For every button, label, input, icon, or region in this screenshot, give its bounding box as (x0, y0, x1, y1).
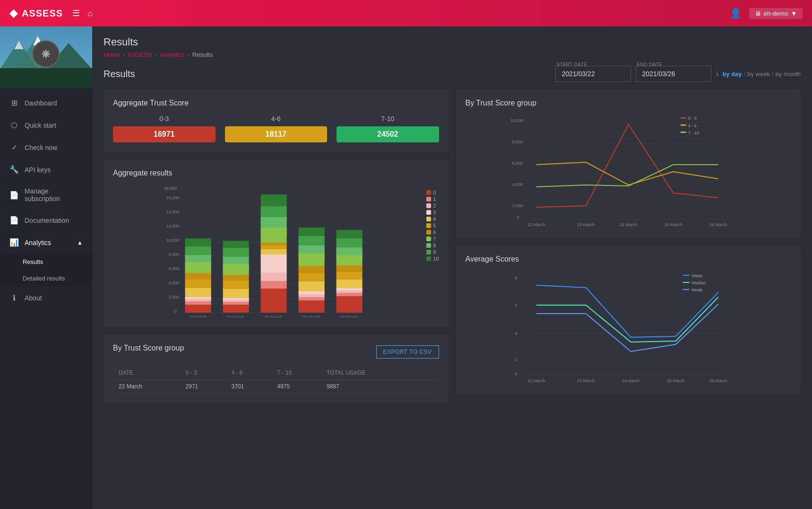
svg-text:25 March: 25 March (664, 222, 682, 227)
cell-7-10: 4975 (271, 380, 321, 393)
aggregate-results-chart: 0 2,000 4,000 6,000 8,000 10,000 12,000 … (113, 185, 439, 317)
legend-item-7: 7 (426, 236, 439, 242)
breadcrumb-home[interactable]: Home (104, 51, 120, 58)
account-dropdown-icon: ▼ (791, 10, 797, 17)
svg-rect-126 (682, 275, 689, 276)
sidebar-item-about[interactable]: ℹ About (0, 287, 92, 309)
period-by-week[interactable]: by week (747, 70, 770, 78)
svg-rect-58 (261, 249, 287, 255)
svg-rect-72 (299, 294, 325, 298)
svg-rect-50 (223, 305, 249, 313)
sidebar-item-analytics[interactable]: 📊 Analytics ▲ (0, 231, 92, 254)
svg-text:24 March: 24 March (265, 315, 283, 317)
svg-text:24 March: 24 March (622, 378, 639, 383)
start-date-field: START DATE (555, 66, 631, 82)
svg-text:8,000: 8,000 (169, 252, 180, 257)
cell-bar (417, 380, 439, 393)
home-icon[interactable]: ⌂ (87, 9, 93, 18)
cell-4-6: 3701 (225, 380, 271, 393)
analytics-subitems: Results Detailed results (0, 254, 92, 287)
svg-rect-55 (261, 228, 287, 245)
breadcrumb-analytics[interactable]: Analytics (160, 51, 184, 58)
sidebar-item-label: Check now (25, 144, 57, 151)
apikeys-icon: 🔧 (9, 165, 19, 174)
svg-text:24 March: 24 March (619, 222, 637, 227)
legend-item-6: 6 (426, 229, 439, 235)
sidebar-nav: ⊞ Dashboard ⬡ Quick start ✓ Check now 🔧 … (0, 88, 92, 509)
svg-text:18,000: 18,000 (164, 186, 177, 191)
svg-rect-81 (337, 272, 363, 281)
user-icon[interactable]: 👤 (730, 8, 742, 19)
start-date-input[interactable] (555, 66, 631, 82)
average-scores-chart: 8 6 4 2 0 22 March 23 March (466, 271, 792, 385)
svg-rect-60 (261, 272, 287, 282)
topbar-right: 👤 🖥 eh-demo ▼ (730, 8, 803, 19)
col-0-3: 0 - 3 (180, 366, 226, 380)
sidebar-item-dashboard[interactable]: ⊞ Dashboard (0, 92, 92, 114)
svg-text:0: 0 (174, 309, 177, 314)
table-header-row-el: DATE 0 - 3 4 - 6 7 - 10 TOTAL USAGE (113, 366, 439, 380)
svg-text:12,000: 12,000 (166, 224, 180, 228)
svg-text:25 March: 25 March (302, 315, 320, 317)
sidebar-item-label: Quick start (25, 122, 56, 129)
svg-text:6,000: 6,000 (169, 266, 180, 271)
bar-chart-legend: 0 1 2 3 4 5 6 7 8 9 10 (426, 185, 439, 317)
svg-text:0 - 3: 0 - 3 (688, 116, 696, 121)
cell-total: 9897 (321, 380, 417, 393)
period-toggle: ℹ by day / by week / by month (716, 70, 801, 78)
breadcrumb-sep1: › (123, 51, 125, 58)
sidebar-item-documentation[interactable]: 📄 Documentation (0, 209, 92, 231)
app-name: ASSESS (22, 8, 63, 19)
svg-rect-38 (185, 305, 211, 313)
account-icon: 🖥 (755, 10, 761, 17)
average-scores-card: Average Scores 8 6 4 2 0 (456, 246, 801, 394)
col-7-10: 7 - 10 (271, 366, 321, 380)
svg-text:Mode: Mode (691, 288, 702, 292)
main-content: Results Home › ASSESS › Analytics › Resu… (92, 26, 812, 509)
aggregate-results-card: Aggregate results 0 2,000 4,000 6,000 8,… (104, 159, 449, 327)
sidebar-item-label: Manage subscription (25, 187, 83, 202)
sidebar-item-quickstart[interactable]: ⬡ Quick start (0, 114, 92, 136)
sidebar-item-apikeys[interactable]: 🔧 API keys (0, 158, 92, 181)
period-by-day[interactable]: by day (722, 70, 742, 78)
trust-score-grid: 0-3 16971 4-6 18117 7-10 24502 (113, 115, 439, 142)
svg-rect-62 (261, 289, 287, 313)
svg-text:Mean: Mean (691, 273, 702, 278)
table-body: 22 March 2971 3701 4975 9897 (113, 380, 439, 393)
sidebar-subitem-detailed[interactable]: Detailed results (0, 270, 92, 287)
avg-scores-svg: 8 6 4 2 0 22 March 23 March (466, 271, 792, 385)
breadcrumb-assess[interactable]: ASSESS (128, 51, 152, 58)
svg-text:22 March: 22 March (527, 378, 545, 383)
date-controls: START DATE END DATE ℹ by day / by week /… (555, 66, 801, 82)
period-by-month[interactable]: by month (776, 70, 801, 78)
trust-range-0-3: 0-3 16971 (113, 115, 216, 142)
bar-chart-svg: 0 2,000 4,000 6,000 8,000 10,000 12,000 … (113, 185, 423, 317)
cell-date: 22 March (113, 380, 180, 393)
end-date-input[interactable] (636, 66, 711, 82)
trust-badge-0-3: 16971 (113, 126, 216, 142)
table-header-row: By Trust Score group EXPORT TO CSV (113, 344, 439, 360)
trust-group-chart-card: By Trust Score group 10,000 8,000 6,000 … (456, 89, 801, 238)
trust-badge-7-10: 24502 (337, 126, 439, 142)
svg-rect-71 (299, 291, 325, 295)
svg-rect-67 (299, 254, 325, 268)
sidebar-subitem-results[interactable]: Results (0, 254, 92, 270)
menu-icon[interactable]: ☰ (72, 8, 80, 18)
svg-rect-82 (337, 280, 363, 289)
topbar: ◆ ASSESS ☰ ⌂ 👤 🖥 eh-demo ▼ (0, 0, 812, 26)
sidebar-item-checknow[interactable]: ✓ Check now (0, 136, 92, 158)
svg-text:❋: ❋ (42, 48, 50, 60)
account-badge[interactable]: 🖥 eh-demo ▼ (749, 8, 803, 19)
export-csv-button[interactable]: EXPORT TO CSV (376, 345, 439, 359)
breadcrumb-sep2: › (155, 51, 157, 58)
svg-text:26 March: 26 March (709, 222, 727, 227)
sidebar-item-subscription[interactable]: 📄 Manage subscription (0, 181, 92, 209)
svg-text:6,000: 6,000 (512, 161, 523, 166)
sidebar-avatar-image: ❋ (0, 26, 92, 88)
right-column: By Trust Score group 10,000 8,000 6,000 … (456, 89, 801, 403)
svg-text:23 March: 23 March (577, 378, 595, 383)
results-section-title: Results (104, 69, 135, 79)
trust-range-label-0-3: 0-3 (113, 115, 216, 123)
svg-text:25 March: 25 March (666, 378, 684, 383)
legend-item-1: 1 (426, 196, 439, 202)
